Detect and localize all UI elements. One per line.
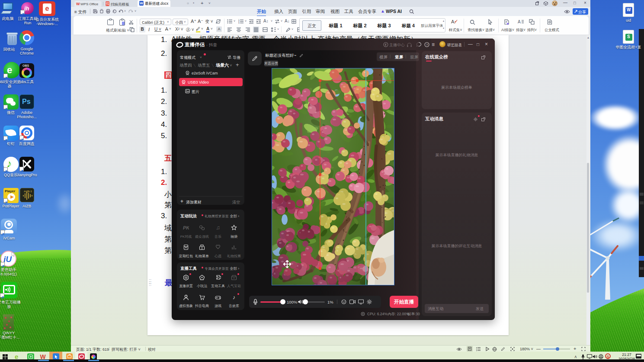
svg-text:A: A <box>518 19 521 24</box>
svg-text:AIZB-3: AIZB-3 <box>24 190 32 193</box>
svg-text:?: ? <box>426 43 428 47</box>
svg-text:3: 3 <box>238 22 240 24</box>
svg-text:PK: PK <box>183 225 189 230</box>
